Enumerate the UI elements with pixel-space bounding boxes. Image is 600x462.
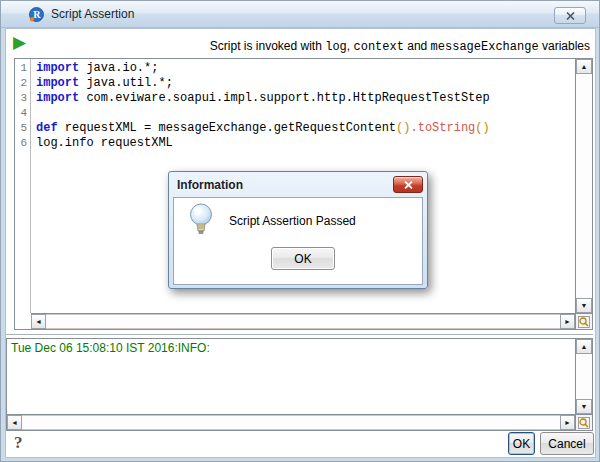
magnifier-icon	[578, 316, 590, 328]
script-variables-hint: Script is invoked with log, context and …	[210, 39, 590, 54]
scroll-left-icon[interactable]: ◄	[7, 415, 22, 430]
code-line	[36, 106, 575, 121]
code-line: import java.util.*;	[36, 76, 575, 91]
line-number: 3	[15, 91, 30, 106]
information-dialog: Information	[168, 171, 428, 289]
information-dialog-message: Script Assertion Passed	[229, 214, 356, 228]
run-script-icon[interactable]: ▶	[13, 33, 26, 53]
code-line: def requestXML = messageExchange.getRequ…	[36, 121, 575, 136]
information-dialog-title: Information	[173, 178, 243, 192]
information-dialog-close-button[interactable]	[393, 176, 423, 193]
log-vscroll-track[interactable]	[576, 354, 592, 399]
scroll-right-icon[interactable]: ►	[560, 415, 575, 430]
log-panel: Tue Dec 06 15:08:10 IST 2016:INFO: ▲ ▼ ◄…	[6, 338, 593, 431]
scroll-down-icon[interactable]: ▼	[576, 298, 592, 313]
scroll-up-icon[interactable]: ▲	[576, 59, 592, 74]
line-number: 2	[15, 76, 30, 91]
scroll-down-icon[interactable]: ▼	[576, 399, 592, 414]
editor-vscroll-track[interactable]	[576, 74, 592, 298]
close-icon	[566, 12, 575, 20]
log-entry[interactable]: Tue Dec 06 15:08:10 IST 2016:INFO:	[7, 339, 575, 414]
line-number: 4	[15, 106, 30, 121]
log-horizontal-scrollbar[interactable]: ◄ ►	[7, 414, 575, 430]
light-bulb-icon	[187, 202, 215, 242]
window-close-button[interactable]	[554, 7, 586, 24]
script-assertion-window: R Script Assertion ▶ Script is invoked w…	[0, 0, 600, 462]
window-titlebar[interactable]: R Script Assertion	[1, 1, 599, 28]
split-divider[interactable]	[6, 334, 593, 335]
scroll-right-icon[interactable]: ►	[560, 314, 575, 329]
magnifier-icon	[578, 417, 590, 429]
log-hscroll-track[interactable]	[22, 415, 560, 430]
window-title: Script Assertion	[51, 7, 134, 21]
editor-magnifier-button[interactable]	[575, 313, 592, 329]
soapui-logo-icon: R	[29, 7, 44, 22]
line-number: 6	[15, 136, 30, 151]
code-line: import com.eviware.soapui.impl.support.h…	[36, 91, 575, 106]
log-vertical-scrollbar[interactable]: ▲ ▼	[575, 339, 592, 414]
line-number-gutter: 1 2 3 4 5 6	[15, 59, 31, 313]
information-dialog-ok-button[interactable]: OK	[271, 247, 335, 270]
code-line: import java.io.*;	[36, 61, 575, 76]
editor-horizontal-scrollbar[interactable]: ◄ ►	[31, 313, 575, 329]
ok-button[interactable]: OK	[508, 432, 535, 455]
help-icon[interactable]: ?	[14, 433, 23, 453]
code-line: log.info requestXML	[36, 136, 575, 151]
cancel-button[interactable]: Cancel	[540, 432, 594, 455]
scroll-up-icon[interactable]: ▲	[576, 339, 592, 354]
line-number: 5	[15, 121, 30, 136]
scroll-left-icon[interactable]: ◄	[31, 314, 46, 329]
log-magnifier-button[interactable]	[575, 414, 592, 430]
information-dialog-body: Script Assertion Passed OK	[173, 197, 423, 285]
editor-vertical-scrollbar[interactable]: ▲ ▼	[575, 59, 592, 313]
information-dialog-titlebar[interactable]: Information	[173, 172, 423, 197]
close-icon	[404, 181, 413, 189]
line-number: 1	[15, 61, 30, 76]
editor-hscroll-track[interactable]	[46, 314, 560, 329]
